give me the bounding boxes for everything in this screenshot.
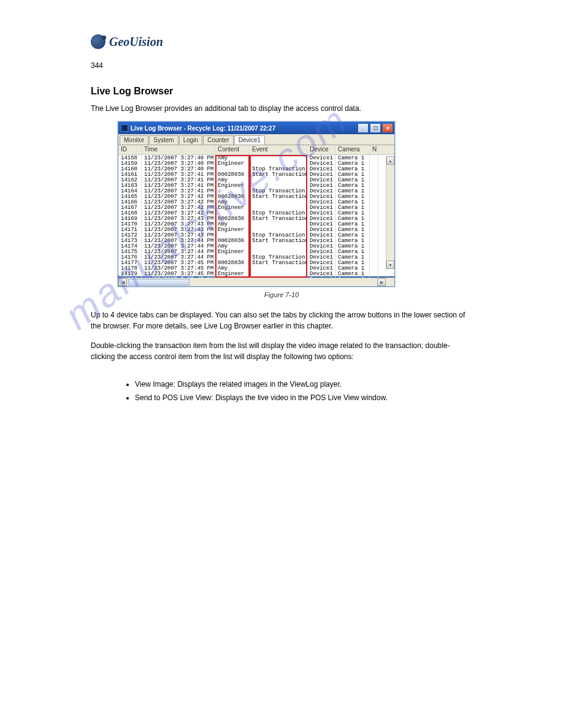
- table-row[interactable]: 1416311/23/2007 3:27:41 PMEngineerDevice…: [118, 183, 394, 188]
- table-row[interactable]: 1416911/23/2007 3:27:43 PM00028036Start …: [118, 216, 394, 221]
- scroll-up-icon[interactable]: ▲: [386, 156, 394, 165]
- table-row[interactable]: 1416511/23/2007 3:27:42 PM00028036Start …: [118, 194, 394, 199]
- table-row[interactable]: 1417111/23/2007 3:27:43 PMEngineerDevice…: [118, 227, 394, 232]
- column-header-id[interactable]: ID: [118, 145, 142, 154]
- list-item: Send to POS Live View: Displays the live…: [135, 392, 472, 403]
- vertical-scrollbar[interactable]: ▲ ▼: [386, 156, 394, 269]
- app-icon: [121, 124, 128, 132]
- page-number: 344: [91, 61, 103, 70]
- column-header-content[interactable]: Content: [215, 145, 250, 154]
- table-row[interactable]: 1417811/23/2007 3:27:45 PMAmyDevice1Came…: [118, 265, 394, 271]
- figure-caption: Figure 7-10: [91, 291, 472, 298]
- column-header-n[interactable]: N: [370, 145, 378, 154]
- bullet-list: View Image: Displays the related images …: [110, 379, 472, 406]
- column-header-camera[interactable]: Camera: [335, 145, 370, 154]
- table-row[interactable]: 1416611/23/2007 3:27:42 PMAmyDevice1Came…: [118, 199, 394, 205]
- window-title: Live Log Browser - Recycle Log: 11/21/20…: [131, 125, 356, 132]
- log-grid: IDTimeContentEventDeviceCameraN 1415811/…: [118, 145, 394, 278]
- table-row[interactable]: 1417711/23/2007 3:27:45 PM00028036Start …: [118, 260, 394, 265]
- scroll-thumb[interactable]: [128, 279, 190, 286]
- table-row[interactable]: 1417311/23/2007 3:27:44 PM00028036Start …: [118, 238, 394, 243]
- table-row[interactable]: 1416411/23/2007 3:27:41 PMStop Transacti…: [118, 188, 394, 194]
- column-header-device[interactable]: Device: [307, 145, 335, 154]
- table-row[interactable]: 1417411/23/2007 3:27:44 PMAmyDevice1Came…: [118, 243, 394, 249]
- table-row[interactable]: 1417611/23/2007 3:27:44 PMStop Transacti…: [118, 254, 394, 260]
- minimize-button[interactable]: _: [358, 123, 369, 133]
- scroll-left-icon[interactable]: ◀: [118, 278, 127, 286]
- tab-monitor[interactable]: Monitor: [120, 135, 148, 145]
- scroll-down-icon[interactable]: ▼: [386, 260, 394, 269]
- titlebar: Live Log Browser - Recycle Log: 11/21/20…: [118, 122, 394, 134]
- grid-header: IDTimeContentEventDeviceCameraN: [118, 145, 394, 155]
- tab-device1[interactable]: Device1: [234, 135, 265, 145]
- table-row[interactable]: 1415911/23/2007 3:27:40 PMEngineerDevice…: [118, 161, 394, 166]
- table-row[interactable]: 1417511/23/2007 3:27:44 PMEngineerDevice…: [118, 249, 394, 254]
- scroll-right-icon[interactable]: ▶: [377, 278, 386, 286]
- table-row[interactable]: 1416011/23/2007 3:27:40 PMStop Transacti…: [118, 166, 394, 172]
- table-row[interactable]: 1416211/23/2007 3:27:41 PMAmyDevice1Came…: [118, 177, 394, 183]
- tab-counter[interactable]: Counter: [203, 135, 234, 145]
- globe-icon: [91, 34, 105, 49]
- intro-paragraph: The Live Log Browser provides an additio…: [91, 103, 472, 114]
- tab-bar: MonitorSystemLoginCounterDevice1: [118, 134, 394, 145]
- close-button[interactable]: ✕: [382, 123, 393, 133]
- list-item: View Image: Displays the related images …: [135, 379, 472, 390]
- column-header-event[interactable]: Event: [250, 145, 307, 154]
- table-row[interactable]: 1416811/23/2007 3:27:42 PMStop Transacti…: [118, 210, 394, 216]
- grid-body: 1415811/23/2007 3:27:40 PMAmyDevice1Came…: [118, 155, 394, 278]
- maximize-button[interactable]: ☐: [370, 123, 381, 133]
- paragraph-2: Up to 4 device tabs can be displayed. Yo…: [91, 309, 472, 332]
- table-row[interactable]: 1416111/23/2007 3:27:41 PM00028036Start …: [118, 172, 394, 177]
- column-header-time[interactable]: Time: [142, 145, 215, 154]
- paragraph-3: Double-clicking the transaction item fro…: [91, 340, 472, 362]
- live-log-browser-window: Live Log Browser - Recycle Log: 11/21/20…: [118, 121, 395, 287]
- table-row[interactable]: 1417011/23/2007 3:27:43 PMAmyDevice1Came…: [118, 221, 394, 227]
- tab-system[interactable]: System: [149, 135, 178, 145]
- scroll-corner: [386, 278, 394, 286]
- page-title: Live Log Browser: [91, 86, 173, 97]
- horizontal-scrollbar[interactable]: ◀ ▶: [118, 278, 386, 286]
- table-row[interactable]: 1417211/23/2007 3:27:43 PMStop Transacti…: [118, 232, 394, 238]
- table-row[interactable]: 1416711/23/2007 3:27:42 PMEngineerDevice…: [118, 205, 394, 210]
- brand-name: GeoUision: [109, 35, 163, 49]
- table-row[interactable]: 1415811/23/2007 3:27:40 PMAmyDevice1Came…: [118, 155, 394, 161]
- tab-login[interactable]: Login: [179, 135, 202, 145]
- brand-logo: GeoUision: [91, 34, 163, 49]
- table-row[interactable]: 1417911/23/2007 3:27:45 PMEngineerDevice…: [118, 271, 394, 276]
